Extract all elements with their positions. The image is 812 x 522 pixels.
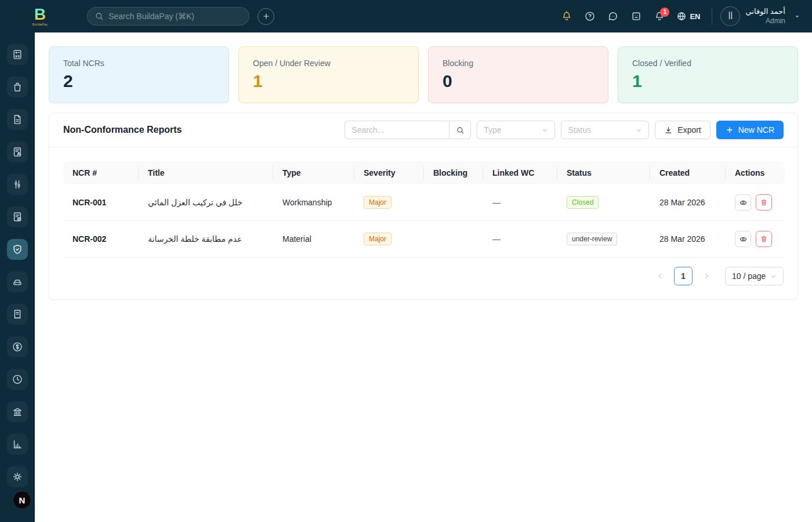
- quick-add-button[interactable]: [258, 8, 274, 25]
- column-header-blocking[interactable]: Blocking: [424, 161, 483, 184]
- sidebar-item-invoices[interactable]: [7, 304, 28, 325]
- global-search[interactable]: [87, 7, 249, 26]
- column-header-created[interactable]: Created: [650, 161, 726, 184]
- user-role: Admin: [766, 17, 785, 26]
- user-menu[interactable]: أأ أحمد الوفاني Admin: [720, 6, 800, 26]
- sidebar: [0, 32, 35, 522]
- stat-value: 2: [63, 71, 215, 90]
- next-page-button[interactable]: [697, 267, 716, 285]
- main-content: Total NCRs 2 Open / Under Review 1 Block…: [35, 0, 812, 314]
- column-header-ncr[interactable]: NCR #: [63, 161, 139, 184]
- bar-chart-icon: [12, 438, 23, 450]
- table-search: [345, 121, 471, 139]
- title-cell: خلل في تركيب العزل المائي: [139, 184, 273, 221]
- avatar: أأ: [720, 6, 740, 26]
- whats-new-bell-icon[interactable]: [557, 6, 577, 26]
- gear-icon: [12, 471, 23, 483]
- clock-icon: [12, 374, 23, 385]
- chevron-down-icon: [636, 127, 642, 133]
- export-button[interactable]: Export: [655, 121, 710, 139]
- eye-icon: [739, 198, 748, 207]
- sidebar-item-quality[interactable]: [7, 239, 28, 260]
- new-ncr-button[interactable]: New NCR: [716, 121, 784, 139]
- status-badge: Closed: [567, 196, 599, 209]
- eye-icon: [739, 235, 748, 244]
- search-icon: [456, 126, 465, 135]
- type-cell: Material: [273, 221, 354, 258]
- search-icon: [95, 12, 104, 21]
- delete-button[interactable]: [756, 194, 772, 211]
- sidebar-item-finance[interactable]: [7, 336, 28, 357]
- status-filter-select[interactable]: Status: [561, 121, 649, 139]
- stat-label: Blocking: [443, 59, 594, 68]
- stat-value: 1: [632, 71, 784, 90]
- column-header-type[interactable]: Type: [273, 161, 354, 184]
- download-icon: [664, 126, 673, 135]
- ncr-table: NCR # Title Type Severity Blocking Linke…: [63, 161, 785, 258]
- sidebar-item-calculator[interactable]: [7, 44, 28, 65]
- ncr-panel: Non-Conformance Reports Type Status: [49, 113, 798, 300]
- stats-row: Total NCRs 2 Open / Under Review 1 Block…: [49, 46, 798, 103]
- view-button[interactable]: [735, 194, 751, 211]
- sidebar-item-timesheets[interactable]: [7, 369, 28, 390]
- sidebar-item-vehicles[interactable]: [7, 271, 28, 292]
- column-header-severity[interactable]: Severity: [354, 161, 424, 184]
- chevron-down-icon: [794, 13, 800, 20]
- status-badge: under-review: [567, 233, 617, 245]
- column-header-actions[interactable]: Actions: [726, 161, 785, 184]
- chevron-down-icon: [542, 127, 548, 133]
- search-button[interactable]: [449, 121, 471, 139]
- severity-badge: Major: [364, 233, 392, 245]
- view-button[interactable]: [735, 231, 751, 247]
- plus-icon: [726, 126, 734, 134]
- shopping-bag-icon: [12, 81, 23, 93]
- language-label: EN: [690, 12, 700, 21]
- shield-check-icon: [12, 244, 23, 255]
- page-title: Non-Conformance Reports: [63, 125, 182, 135]
- linked-wc-cell: —: [483, 184, 557, 221]
- devtools-badge[interactable]: N: [13, 491, 31, 509]
- globe-icon: [676, 11, 687, 21]
- table-search-input[interactable]: [345, 121, 449, 139]
- stat-card-total-ncrs: Total NCRs 2: [49, 46, 229, 103]
- brand-logo[interactable]: B BuildaPay: [32, 6, 48, 26]
- title-cell: عدم مطابقة خلطة الخرسانة: [139, 221, 273, 258]
- status-filter-placeholder: Status: [568, 125, 591, 135]
- chevron-left-icon: [657, 273, 664, 280]
- sidebar-item-tasks[interactable]: [7, 206, 28, 227]
- column-header-linked-wc[interactable]: Linked WC: [483, 161, 557, 184]
- bank-icon: [12, 406, 23, 418]
- changelog-screen-icon[interactable]: [626, 6, 646, 26]
- sliders-icon: [12, 179, 23, 190]
- column-header-status[interactable]: Status: [557, 161, 650, 184]
- sidebar-item-settings[interactable]: [7, 466, 28, 487]
- column-header-title[interactable]: Title: [139, 161, 273, 184]
- sidebar-item-contracts[interactable]: [7, 142, 28, 162]
- blocking-cell: [424, 184, 483, 221]
- top-header: B BuildaPay 1 EN: [0, 0, 812, 32]
- language-switcher[interactable]: EN: [673, 6, 704, 26]
- page-number-button[interactable]: 1: [674, 267, 693, 285]
- type-filter-select[interactable]: Type: [477, 121, 555, 139]
- document-icon: [12, 114, 23, 125]
- ncr-panel-header: Non-Conformance Reports Type Status: [49, 113, 798, 147]
- previous-page-button[interactable]: [651, 267, 669, 285]
- notification-badge: 1: [660, 8, 669, 17]
- feedback-message-icon[interactable]: [603, 6, 623, 26]
- sidebar-item-controls[interactable]: [7, 174, 28, 195]
- sidebar-item-banking[interactable]: [7, 401, 28, 422]
- chevron-down-icon: [770, 273, 777, 280]
- linked-wc-cell: —: [483, 221, 557, 258]
- page-size-select[interactable]: 10 / page: [725, 267, 784, 285]
- help-icon[interactable]: [580, 6, 600, 26]
- delete-button[interactable]: [756, 231, 772, 247]
- table-row: NCR-001 خلل في تركيب العزل المائي Workma…: [63, 184, 785, 221]
- sidebar-item-reports[interactable]: [7, 434, 28, 455]
- sidebar-item-documents[interactable]: [7, 109, 28, 130]
- notifications-bell-icon[interactable]: 1: [650, 6, 669, 26]
- global-search-input[interactable]: [108, 12, 242, 21]
- stat-label: Closed / Verified: [632, 59, 784, 68]
- sidebar-item-procurement[interactable]: [7, 77, 28, 97]
- user-name: أحمد الوفاني: [745, 7, 785, 16]
- table-header-row: NCR # Title Type Severity Blocking Linke…: [63, 161, 785, 184]
